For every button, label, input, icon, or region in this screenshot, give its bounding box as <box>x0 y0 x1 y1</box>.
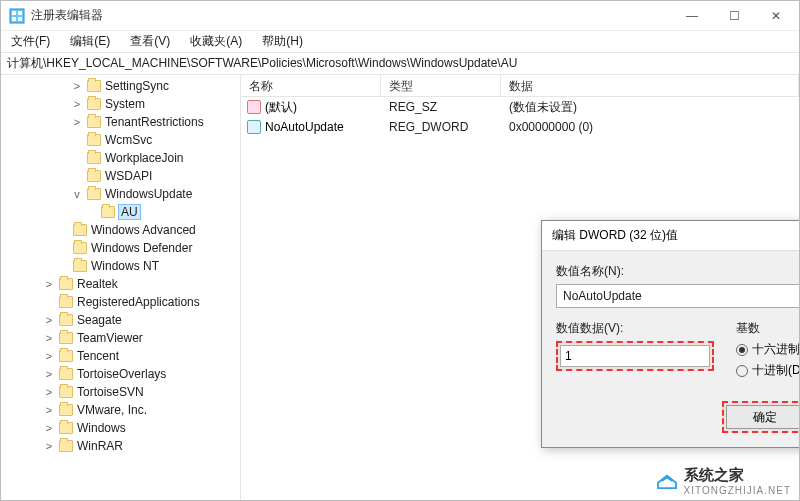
tree-node[interactable]: WSDAPI <box>1 167 240 185</box>
tree-node[interactable]: Windows Advanced <box>1 221 240 239</box>
expand-icon[interactable]: > <box>43 404 55 416</box>
folder-icon <box>73 224 87 236</box>
tree-node[interactable]: >System <box>1 95 240 113</box>
value-name-input[interactable] <box>556 284 800 308</box>
tree-label: TortoiseSVN <box>77 385 144 399</box>
svg-rect-2 <box>18 11 22 15</box>
ok-button[interactable]: 确定 <box>726 405 800 429</box>
folder-icon <box>59 350 73 362</box>
svg-rect-3 <box>12 17 16 21</box>
folder-icon <box>87 80 101 92</box>
tree-node[interactable]: Windows Defender <box>1 239 240 257</box>
list-row[interactable]: NoAutoUpdateREG_DWORD0x00000000 (0) <box>241 117 799 137</box>
folder-icon <box>87 170 101 182</box>
minimize-button[interactable]: — <box>677 9 707 23</box>
tree-node[interactable]: >Tencent <box>1 347 240 365</box>
expand-icon[interactable]: > <box>43 350 55 362</box>
radio-dec-icon <box>736 365 748 377</box>
expand-icon[interactable]: > <box>43 440 55 452</box>
watermark-sub: XITONGZHIJIA.NET <box>684 485 792 496</box>
value-name-label: 数值名称(N): <box>556 263 800 280</box>
folder-icon <box>59 422 73 434</box>
radio-hex-icon <box>736 344 748 356</box>
value-name: (默认) <box>265 99 297 116</box>
list-row[interactable]: (默认)REG_SZ(数值未设置) <box>241 97 799 117</box>
expand-icon[interactable]: > <box>71 98 83 110</box>
titlebar: 注册表编辑器 — ☐ ✕ <box>1 1 799 31</box>
radio-hex-row[interactable]: 十六进制(H) <box>736 341 800 358</box>
folder-icon <box>59 332 73 344</box>
expand-icon[interactable]: > <box>43 278 55 290</box>
folder-icon <box>59 440 73 452</box>
expand-icon[interactable]: > <box>43 386 55 398</box>
base-label: 基数 <box>736 320 800 337</box>
tree-node[interactable]: >TenantRestrictions <box>1 113 240 131</box>
tree-node[interactable]: WorkplaceJoin <box>1 149 240 167</box>
tree-node[interactable]: >Windows <box>1 419 240 437</box>
tree-node[interactable]: WcmSvc <box>1 131 240 149</box>
folder-icon <box>87 116 101 128</box>
expand-icon[interactable]: > <box>43 422 55 434</box>
menu-file[interactable]: 文件(F) <box>5 31 56 52</box>
tree-node[interactable]: >WinRAR <box>1 437 240 455</box>
watermark-main: 系统之家 <box>684 466 792 485</box>
header-type[interactable]: 类型 <box>381 75 501 96</box>
window-title: 注册表编辑器 <box>31 7 677 24</box>
watermark: 系统之家 XITONGZHIJIA.NET <box>656 466 792 496</box>
tree-node[interactable]: RegisteredApplications <box>1 293 240 311</box>
menu-view[interactable]: 查看(V) <box>124 31 176 52</box>
menubar: 文件(F) 编辑(E) 查看(V) 收藏夹(A) 帮助(H) <box>1 31 799 53</box>
tree-node[interactable]: Windows NT <box>1 257 240 275</box>
tree-label: SettingSync <box>105 79 169 93</box>
tree-node[interactable]: >TortoiseOverlays <box>1 365 240 383</box>
expand-icon[interactable]: > <box>43 314 55 326</box>
value-data-label: 数值数据(V): <box>556 320 716 337</box>
folder-icon <box>87 98 101 110</box>
radio-dec-label: 十进制(D) <box>752 362 800 379</box>
radio-dec-row[interactable]: 十进制(D) <box>736 362 800 379</box>
expand-icon[interactable]: > <box>71 116 83 128</box>
tree-node[interactable]: >VMware, Inc. <box>1 401 240 419</box>
tree-node[interactable]: >Realtek <box>1 275 240 293</box>
tree-label: Realtek <box>77 277 118 291</box>
tree-label: Windows <box>77 421 126 435</box>
tree-node[interactable]: >TortoiseSVN <box>1 383 240 401</box>
tree-node[interactable]: >SettingSync <box>1 77 240 95</box>
menu-edit[interactable]: 编辑(E) <box>64 31 116 52</box>
folder-icon <box>59 368 73 380</box>
menu-favorites[interactable]: 收藏夹(A) <box>184 31 248 52</box>
header-data[interactable]: 数据 <box>501 75 799 96</box>
menu-help[interactable]: 帮助(H) <box>256 31 309 52</box>
list-header: 名称 类型 数据 <box>241 75 799 97</box>
address-text: 计算机\HKEY_LOCAL_MACHINE\SOFTWARE\Policies… <box>7 55 517 72</box>
ok-button-highlight: 确定 <box>722 401 800 433</box>
header-name[interactable]: 名称 <box>241 75 381 96</box>
tree-label: WSDAPI <box>105 169 152 183</box>
tree-label: WcmSvc <box>105 133 152 147</box>
maximize-button[interactable]: ☐ <box>719 9 749 23</box>
expand-icon[interactable]: > <box>43 332 55 344</box>
folder-icon <box>87 188 101 200</box>
tree-label: WinRAR <box>77 439 123 453</box>
tree-node[interactable]: >TeamViewer <box>1 329 240 347</box>
dialog-title: 编辑 DWORD (32 位)值 <box>552 227 800 244</box>
tree-label: TeamViewer <box>77 331 143 345</box>
expand-icon[interactable]: > <box>43 368 55 380</box>
folder-icon <box>59 386 73 398</box>
value-data-input[interactable] <box>560 345 710 367</box>
tree-node[interactable]: >Seagate <box>1 311 240 329</box>
folder-icon <box>101 206 115 218</box>
tree-node[interactable]: AU <box>1 203 240 221</box>
tree-label: RegisteredApplications <box>77 295 200 309</box>
string-value-icon <box>247 100 261 114</box>
tree-label: WorkplaceJoin <box>105 151 183 165</box>
address-bar[interactable]: 计算机\HKEY_LOCAL_MACHINE\SOFTWARE\Policies… <box>1 53 799 75</box>
expand-icon[interactable]: v <box>71 188 83 200</box>
tree-node[interactable]: vWindowsUpdate <box>1 185 240 203</box>
tree-label: AU <box>119 205 140 219</box>
expand-icon[interactable]: > <box>71 80 83 92</box>
folder-icon <box>87 152 101 164</box>
tree-pane[interactable]: >SettingSync>System>TenantRestrictionsWc… <box>1 75 241 500</box>
close-button[interactable]: ✕ <box>761 9 791 23</box>
tree-label: Windows Advanced <box>91 223 196 237</box>
